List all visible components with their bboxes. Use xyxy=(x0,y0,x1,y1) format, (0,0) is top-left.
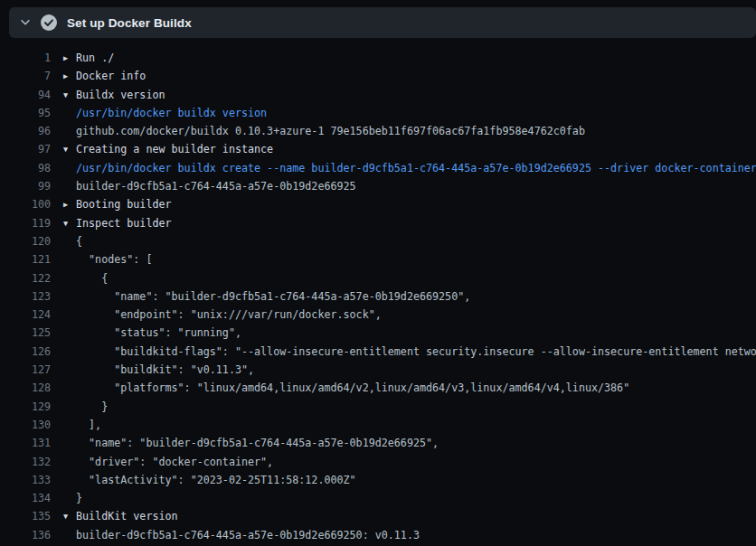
log-line: 121 "nodes": [ xyxy=(0,250,756,268)
log-line-content: /usr/bin/docker buildx create --name bui… xyxy=(63,159,756,177)
log-line-content: "name": "builder-d9cfb5a1-c764-445a-a57e… xyxy=(63,287,470,306)
log-line-number[interactable]: 130 xyxy=(0,416,51,434)
log-group-row[interactable]: 119▼Inspect builder xyxy=(0,214,756,232)
log-line-content: builder-d9cfb5a1-c764-445a-a57e-0b19d2e6… xyxy=(63,177,356,195)
log-line-number[interactable]: 127 xyxy=(0,361,51,379)
log-line-content: } xyxy=(63,489,82,507)
log-line: 131 "name": "builder-d9cfb5a1-c764-445a-… xyxy=(0,434,756,452)
log-line-content: /usr/bin/docker buildx version xyxy=(63,104,267,122)
log-line-content: ], xyxy=(63,416,101,434)
caret-right-icon: ▶ xyxy=(63,195,76,213)
log-line-content: "status": "running", xyxy=(63,324,241,342)
log-line-number[interactable]: 124 xyxy=(0,306,51,324)
caret-right-icon: ▶ xyxy=(63,67,76,85)
log-line: 132 "driver": "docker-container", xyxy=(0,453,756,471)
log-line-content: { xyxy=(63,232,82,250)
log-group-row[interactable]: 135▼BuildKit version xyxy=(0,507,756,525)
log-line: 126 "buildkitd-flags": "--allow-insecure… xyxy=(0,343,756,361)
log-line-number[interactable]: 120 xyxy=(0,232,51,250)
log-line-number[interactable]: 121 xyxy=(0,250,51,268)
log-line-content: ▼Creating a new builder instance xyxy=(63,140,273,158)
log-line-content: } xyxy=(63,398,108,416)
log-line-number[interactable]: 99 xyxy=(0,177,51,195)
log-line-number[interactable]: 128 xyxy=(0,379,51,397)
log-line: 136builder-d9cfb5a1-c764-445a-a57e-0b19d… xyxy=(0,526,756,544)
log-group-row[interactable]: 94▼Buildx version xyxy=(0,86,756,104)
log-line-number[interactable]: 95 xyxy=(0,104,51,122)
log-group-title: Creating a new builder instance xyxy=(76,140,273,158)
log-lines: 1▶Run ./7▶Docker info94▼Buildx version95… xyxy=(0,49,756,544)
log-line-number[interactable]: 123 xyxy=(0,287,51,306)
check-circle-icon xyxy=(40,14,58,32)
log-line: 122 { xyxy=(0,269,756,287)
log-group-row[interactable]: 97▼Creating a new builder instance xyxy=(0,140,756,158)
caret-right-icon: ▶ xyxy=(63,49,76,67)
log-line-content: github.com/docker/buildx 0.10.3+azure-1 … xyxy=(63,122,585,140)
log-group-title: BuildKit version xyxy=(76,507,178,525)
log-line: 134} xyxy=(0,489,756,507)
log-line-number[interactable]: 100 xyxy=(0,195,51,213)
log-line-number[interactable]: 125 xyxy=(0,324,51,342)
log-line-number[interactable]: 7 xyxy=(0,67,51,85)
log-line-number[interactable]: 1 xyxy=(0,49,51,67)
log-line-content: ▶Docker info xyxy=(63,67,146,85)
log-line: 128 "platforms": "linux/amd64,linux/amd6… xyxy=(0,379,756,397)
log-line: 123 "name": "builder-d9cfb5a1-c764-445a-… xyxy=(0,287,756,306)
log-line-number[interactable]: 132 xyxy=(0,453,51,471)
log-line: 120{ xyxy=(0,232,756,250)
log-line-number[interactable]: 94 xyxy=(0,86,51,104)
log-group-row[interactable]: 1▶Run ./ xyxy=(0,49,756,67)
log-line-number[interactable]: 135 xyxy=(0,507,51,525)
log-line-content: "driver": "docker-container", xyxy=(63,453,273,471)
log-group-title: Booting builder xyxy=(76,195,172,213)
log-line-number[interactable]: 134 xyxy=(0,489,51,507)
log-group-title: Run ./ xyxy=(76,49,114,67)
log-line-number[interactable]: 119 xyxy=(0,214,51,232)
log-line: 95/usr/bin/docker buildx version xyxy=(0,104,756,122)
caret-down-icon: ▼ xyxy=(63,507,76,525)
log-line-content: ▼BuildKit version xyxy=(63,507,178,525)
log-line-content: ▼Buildx version xyxy=(63,86,165,104)
log-line-number[interactable]: 98 xyxy=(0,159,51,177)
log-line-content: "lastActivity": "2023-02-25T11:58:12.000… xyxy=(63,471,356,489)
log-line-content: "buildkit": "v0.11.3", xyxy=(63,361,254,379)
caret-down-icon: ▼ xyxy=(63,86,76,104)
log-line-number[interactable]: 129 xyxy=(0,398,51,416)
log-line-content: { xyxy=(63,269,108,287)
log-line-content: ▶Run ./ xyxy=(63,49,114,67)
log-group-title: Inspect builder xyxy=(76,214,172,232)
log-line-content: "endpoint": "unix:///var/run/docker.sock… xyxy=(63,306,382,324)
log-line-number[interactable]: 133 xyxy=(0,471,51,489)
log-line: 133 "lastActivity": "2023-02-25T11:58:12… xyxy=(0,471,756,489)
log-line-number[interactable]: 131 xyxy=(0,434,51,452)
log-viewer: 1▶Run ./7▶Docker info94▼Buildx version95… xyxy=(0,38,756,546)
log-line-content: builder-d9cfb5a1-c764-445a-a57e-0b19d2e6… xyxy=(63,526,420,544)
log-line: 99builder-d9cfb5a1-c764-445a-a57e-0b19d2… xyxy=(0,177,756,195)
log-line: 130 ], xyxy=(0,416,756,434)
log-group-title: Docker info xyxy=(76,67,146,85)
log-line-number[interactable]: 97 xyxy=(0,140,51,158)
log-line-number[interactable]: 136 xyxy=(0,526,51,544)
log-line-content: "buildkitd-flags": "--allow-insecure-ent… xyxy=(63,343,756,361)
log-group-row[interactable]: 7▶Docker info xyxy=(0,67,756,85)
step-header[interactable]: Set up Docker Buildx xyxy=(9,7,756,38)
caret-down-icon: ▼ xyxy=(63,214,76,232)
log-line: 127 "buildkit": "v0.11.3", xyxy=(0,361,756,379)
log-line-number[interactable]: 122 xyxy=(0,269,51,287)
log-line-content: "nodes": [ xyxy=(63,250,152,268)
chevron-down-icon[interactable] xyxy=(18,15,33,30)
log-line: 125 "status": "running", xyxy=(0,324,756,342)
caret-down-icon: ▼ xyxy=(63,140,76,158)
log-group-title: Buildx version xyxy=(76,86,165,104)
log-line-number[interactable]: 126 xyxy=(0,343,51,361)
log-line-content: ▶Booting builder xyxy=(63,195,172,213)
log-line: 124 "endpoint": "unix:///var/run/docker.… xyxy=(0,306,756,324)
log-line: 98/usr/bin/docker buildx create --name b… xyxy=(0,159,756,177)
log-line-content: ▼Inspect builder xyxy=(63,214,172,232)
log-group-row[interactable]: 100▶Booting builder xyxy=(0,195,756,213)
log-line: 129 } xyxy=(0,398,756,416)
log-line-content: "platforms": "linux/amd64,linux/amd64/v2… xyxy=(63,379,629,397)
log-line-content: "name": "builder-d9cfb5a1-c764-445a-a57e… xyxy=(63,434,439,452)
step-title: Set up Docker Buildx xyxy=(67,16,192,30)
log-line-number[interactable]: 96 xyxy=(0,122,51,140)
